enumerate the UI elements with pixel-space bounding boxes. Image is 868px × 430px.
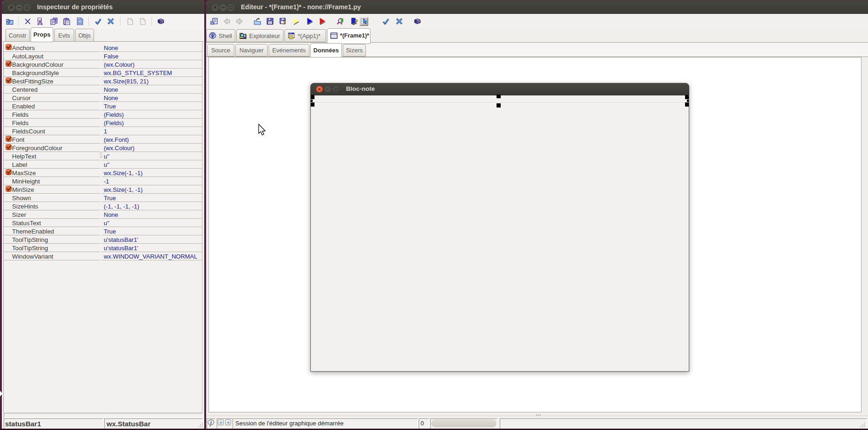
svg-text:?: ? xyxy=(418,19,420,24)
svg-text:?: ? xyxy=(161,19,164,24)
svg-text:?: ? xyxy=(283,19,286,25)
svg-text:?: ? xyxy=(354,18,358,25)
